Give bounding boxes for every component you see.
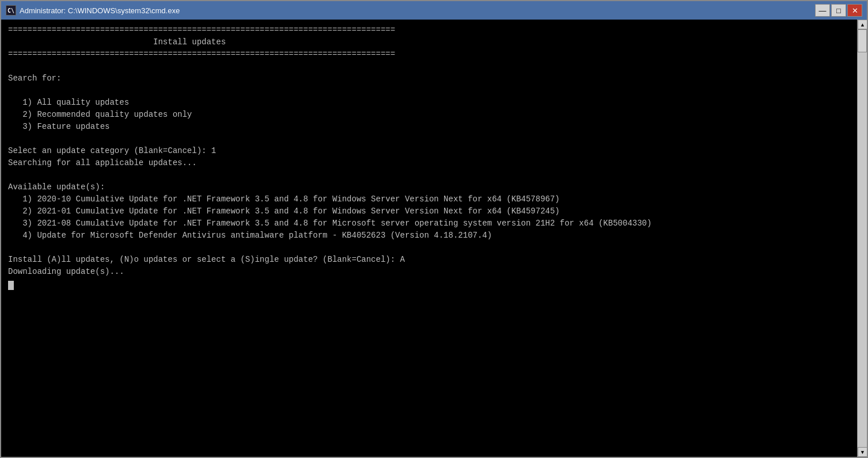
scrollbar-thumb[interactable] — [858, 29, 867, 52]
scroll-down-button[interactable]: ▼ — [858, 447, 867, 457]
close-button[interactable]: ✕ — [847, 4, 862, 17]
cursor — [8, 281, 14, 290]
scroll-up-button[interactable]: ▲ — [858, 20, 867, 29]
svg-text:C\: C\ — [7, 7, 14, 14]
console-area: ========================================… — [1, 20, 867, 457]
console-output[interactable]: ========================================… — [1, 20, 857, 457]
cmd-window: C\ Administrator: C:\WINDOWS\system32\cm… — [0, 0, 868, 458]
cmd-icon: C\ — [6, 5, 16, 16]
title-bar-controls: — □ ✕ — [815, 4, 862, 17]
window-title: Administrator: C:\WINDOWS\system32\cmd.e… — [20, 6, 180, 15]
title-bar: C\ Administrator: C:\WINDOWS\system32\cm… — [1, 1, 867, 20]
title-bar-left: C\ Administrator: C:\WINDOWS\system32\cm… — [6, 5, 180, 16]
scrollbar-track[interactable] — [858, 29, 867, 447]
minimize-button[interactable]: — — [815, 4, 830, 17]
scrollbar[interactable]: ▲ ▼ — [857, 20, 867, 457]
maximize-button[interactable]: □ — [831, 4, 846, 17]
